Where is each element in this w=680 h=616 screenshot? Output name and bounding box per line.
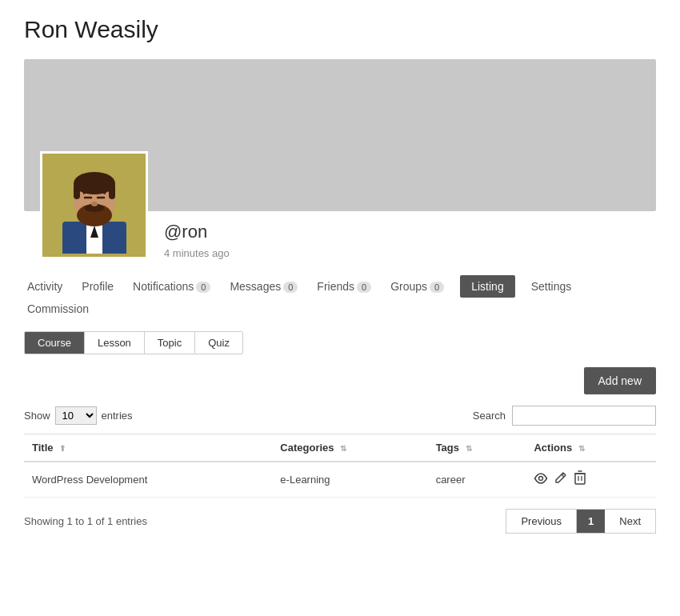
- entries-select[interactable]: 10 25 50 100: [55, 406, 97, 425]
- content-tab-quiz[interactable]: Quiz: [195, 332, 242, 354]
- show-label: Show: [24, 410, 50, 422]
- svg-rect-8: [109, 183, 115, 199]
- edit-icon[interactable]: [554, 471, 567, 488]
- cell-title: WordPress Development: [24, 462, 272, 498]
- nav-tab-listing[interactable]: Listing: [460, 275, 514, 298]
- cell-actions: [526, 462, 656, 498]
- cell-tags: career: [428, 462, 526, 498]
- sort-icon-tags[interactable]: ⇅: [466, 444, 472, 453]
- cell-categories: e-Learning: [272, 462, 427, 498]
- nav-tab-groups[interactable]: Groups0: [387, 275, 447, 298]
- nav-tab-settings[interactable]: Settings: [528, 275, 575, 298]
- svg-line-15: [562, 474, 564, 477]
- nav-tab-profile[interactable]: Profile: [78, 275, 117, 298]
- table-row: WordPress Development e-Learning career: [24, 462, 656, 498]
- nav-tab-activity[interactable]: Activity: [24, 275, 66, 298]
- nav-tab-notifications[interactable]: Notifications0: [130, 275, 214, 298]
- showing-info: Showing 1 to 1 of 1 entries: [24, 515, 147, 527]
- sort-icon-actions[interactable]: ⇅: [578, 444, 585, 453]
- content-tab-lesson[interactable]: Lesson: [85, 332, 145, 354]
- toolbar: Add new: [24, 367, 656, 394]
- col-title: Title ⬆: [24, 434, 272, 462]
- profile-header: @ron 4 minutes ago: [24, 59, 656, 211]
- sort-icon-title[interactable]: ⬆: [59, 444, 66, 453]
- next-button[interactable]: Next: [605, 509, 656, 534]
- search-label: Search: [473, 410, 506, 422]
- avatar-wrapper: [40, 151, 148, 259]
- profile-meta: @ron 4 minutes ago: [164, 222, 230, 259]
- data-table: Title ⬆ Categories ⇅ Tags ⇅ Actions ⇅ Wo…: [24, 434, 656, 498]
- content-tabs: Course Lesson Topic Quiz: [24, 331, 243, 354]
- table-footer: Showing 1 to 1 of 1 entries Previous 1 N…: [24, 509, 656, 534]
- nav-tab-friends[interactable]: Friends0: [314, 275, 374, 298]
- content-tab-course[interactable]: Course: [25, 332, 85, 354]
- previous-button[interactable]: Previous: [506, 509, 577, 534]
- svg-point-13: [91, 202, 98, 206]
- delete-icon[interactable]: [574, 470, 586, 489]
- svg-point-14: [539, 476, 543, 480]
- sort-icon-categories[interactable]: ⇅: [340, 444, 346, 453]
- current-page: 1: [577, 509, 605, 534]
- nav-tab-commission[interactable]: Commission: [24, 298, 92, 320]
- table-controls: Show 10 25 50 100 entries Search: [24, 406, 656, 426]
- pagination: Previous 1 Next: [506, 509, 656, 534]
- action-icons: [534, 470, 648, 489]
- profile-username: @ron: [164, 222, 230, 242]
- table-header-row: Title ⬆ Categories ⇅ Tags ⇅ Actions ⇅: [24, 434, 656, 462]
- show-entries-control: Show 10 25 50 100 entries: [24, 406, 133, 425]
- svg-rect-16: [575, 474, 585, 484]
- profile-time-ago: 4 minutes ago: [164, 247, 230, 259]
- profile-nav: Activity Profile Notifications0 Messages…: [24, 275, 656, 320]
- add-new-button[interactable]: Add new: [584, 367, 656, 394]
- nav-tab-messages[interactable]: Messages0: [226, 275, 301, 298]
- page-title: Ron Weasily: [24, 16, 656, 43]
- search-control: Search: [473, 406, 656, 426]
- entries-label: entries: [102, 410, 133, 422]
- col-actions: Actions ⇅: [526, 434, 656, 462]
- view-icon[interactable]: [534, 472, 548, 488]
- svg-rect-7: [74, 183, 80, 199]
- col-tags: Tags ⇅: [428, 434, 526, 462]
- avatar: [40, 151, 148, 259]
- col-categories: Categories ⇅: [272, 434, 427, 462]
- content-tab-topic[interactable]: Topic: [145, 332, 195, 354]
- search-input[interactable]: [512, 406, 656, 426]
